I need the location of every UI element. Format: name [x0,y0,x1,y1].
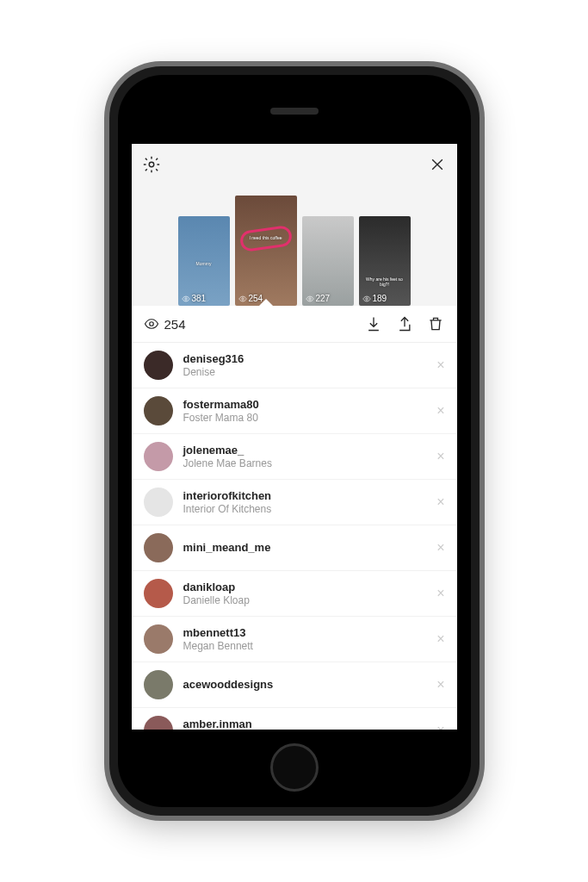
viewer-row[interactable]: acewooddesigns× [132,662,457,708]
viewer-username: amber.inman [183,717,427,730]
view-number: 227 [316,294,331,303]
story-tray: Mommy 381 I need this coffee 254 [132,144,457,306]
avatar[interactable] [144,670,173,699]
total-views-number: 254 [164,317,186,332]
delete-button[interactable] [426,314,445,333]
viewers-list[interactable]: deniseg316Denise×fostermama80Foster Mama… [132,343,457,730]
viewer-username: interiorofkitchen [183,489,427,503]
svg-point-0 [149,162,154,167]
story-view-count: 189 [362,294,387,303]
avatar[interactable] [144,396,173,425]
viewer-displayname: Interior Of Kitchens [183,503,427,515]
viewer-username: jolenemae_ [183,444,427,457]
phone-frame: Mommy 381 I need this coffee 254 [109,66,480,816]
viewer-row[interactable]: danikloapDanielle Kloap× [132,571,457,617]
viewer-text: mbennett13Megan Bennett [183,626,427,652]
viewer-displayname: Megan Bennett [183,640,427,652]
viewer-username: fostermama80 [183,398,427,412]
story-thumbnail[interactable]: Why are his feet so big?! 189 [359,216,411,306]
app-screen: Mommy 381 I need this coffee 254 [132,144,457,730]
avatar[interactable] [144,624,173,654]
viewer-text: deniseg316Denise [183,352,427,378]
viewer-username: acewooddesigns [183,678,427,692]
hide-viewer-button[interactable]: × [436,494,444,510]
settings-button[interactable] [142,155,161,174]
viewer-text: jolenemae_Jolene Mae Barnes [183,444,427,469]
svg-point-4 [365,297,368,300]
story-view-count: 381 [182,294,207,303]
viewer-row[interactable]: interiorofkitchenInterior Of Kitchens× [132,480,457,525]
view-number: 381 [192,294,207,303]
viewer-text: mini_meand_me [183,541,427,555]
avatar[interactable] [144,488,173,517]
avatar[interactable] [144,351,173,380]
eye-icon [182,295,190,303]
eye-icon [362,295,371,303]
action-bar: 254 [132,306,457,343]
viewer-row[interactable]: jolenemae_Jolene Mae Barnes× [132,434,457,480]
story-caption: I need this coffee [238,235,294,240]
viewer-text: fostermama80Foster Mama 80 [183,398,427,424]
viewer-username: deniseg316 [183,352,427,366]
viewer-displayname: Foster Mama 80 [183,412,427,424]
avatar[interactable] [144,579,173,608]
trash-icon [427,315,444,332]
hide-viewer-button[interactable]: × [436,586,444,601]
total-views: 254 [144,316,352,332]
avatar[interactable] [144,716,173,730]
story-view-count: 227 [306,294,331,303]
hide-viewer-button[interactable]: × [436,723,444,730]
share-button[interactable] [395,314,414,333]
download-icon [365,315,382,332]
svg-point-5 [149,322,153,326]
viewer-text: amber.inman📷 Amber Inman 🎀 [183,717,427,730]
close-icon [429,156,446,173]
svg-point-3 [308,297,311,300]
selected-pointer [258,299,274,307]
download-button[interactable] [364,314,383,333]
story-thumbnails: Mommy 381 I need this coffee 254 [142,177,447,306]
story-thumbnail-selected[interactable]: I need this coffee 254 [235,196,297,306]
hide-viewer-button[interactable]: × [436,540,444,556]
hide-viewer-button[interactable]: × [436,631,444,647]
story-thumbnail[interactable]: 227 [302,216,354,306]
phone-bezel: Mommy 381 I need this coffee 254 [118,75,471,807]
viewer-row[interactable]: fostermama80Foster Mama 80× [132,388,457,434]
viewer-row[interactable]: deniseg316Denise× [132,343,457,388]
viewer-row[interactable]: mini_meand_me× [132,525,457,571]
phone-speaker [270,108,319,115]
avatar[interactable] [144,442,173,471]
viewer-username: mbennett13 [183,626,427,640]
eye-icon [144,316,159,332]
viewer-displayname: Danielle Kloap [183,594,427,606]
viewer-username: mini_meand_me [183,541,427,555]
story-caption: Mommy [182,261,226,266]
viewer-text: danikloapDanielle Kloap [183,581,427,606]
viewer-row[interactable]: mbennett13Megan Bennett× [132,617,457,662]
svg-point-2 [241,297,244,300]
viewer-text: acewooddesigns [183,678,427,692]
eye-icon [306,295,314,303]
hide-viewer-button[interactable]: × [436,403,444,419]
close-button[interactable] [428,155,447,174]
avatar[interactable] [144,533,173,562]
eye-icon [238,295,247,303]
viewer-text: interiorofkitchenInterior Of Kitchens [183,489,427,515]
home-button[interactable] [270,743,319,792]
svg-point-1 [184,297,187,300]
gear-icon [142,155,161,174]
hide-viewer-button[interactable]: × [436,677,444,693]
viewer-username: danikloap [183,581,427,594]
share-icon [396,315,413,332]
story-caption: Why are his feet so big?! [362,276,407,287]
view-number: 189 [373,294,387,303]
hide-viewer-button[interactable]: × [436,357,444,373]
tray-top-bar [142,152,447,177]
viewer-displayname: Jolene Mae Barnes [183,457,427,469]
hide-viewer-button[interactable]: × [436,449,444,464]
viewer-displayname: Denise [183,366,427,378]
story-thumbnail[interactable]: Mommy 381 [178,216,230,306]
viewer-row[interactable]: amber.inman📷 Amber Inman 🎀× [132,708,457,730]
